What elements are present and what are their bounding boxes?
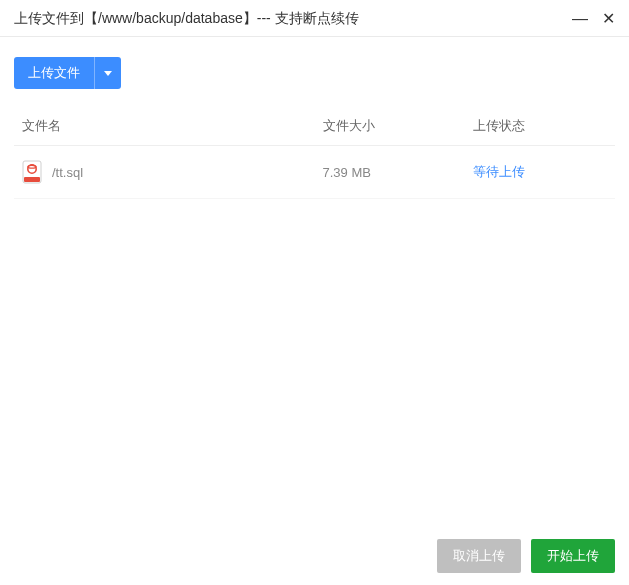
toolbar: 上传文件: [0, 37, 629, 107]
col-header-size: 文件大小: [315, 107, 465, 146]
footer: 取消上传 开始上传: [437, 539, 615, 573]
file-table-container: 文件名 文件大小 上传状态 /tt.sql: [0, 107, 629, 199]
chevron-down-icon: [104, 71, 112, 76]
start-button[interactable]: 开始上传: [531, 539, 615, 573]
file-name: /tt.sql: [52, 165, 83, 180]
window-title: 上传文件到【/www/backup/database】--- 支持断点续传: [14, 10, 359, 28]
window-controls: — ✕: [572, 11, 615, 27]
table-header-row: 文件名 文件大小 上传状态: [14, 107, 615, 146]
upload-button[interactable]: 上传文件: [14, 57, 94, 89]
file-table: 文件名 文件大小 上传状态 /tt.sql: [14, 107, 615, 199]
sql-file-icon: [22, 160, 42, 184]
col-header-name: 文件名: [14, 107, 315, 146]
svg-rect-3: [24, 177, 40, 182]
file-cell: /tt.sql: [22, 160, 307, 184]
upload-dropdown-button[interactable]: [94, 57, 121, 89]
cancel-button[interactable]: 取消上传: [437, 539, 521, 573]
file-size: 7.39 MB: [315, 146, 465, 199]
file-status[interactable]: 等待上传: [473, 164, 525, 179]
table-row: /tt.sql 7.39 MB 等待上传: [14, 146, 615, 199]
titlebar: 上传文件到【/www/backup/database】--- 支持断点续传 — …: [0, 0, 629, 37]
upload-button-group: 上传文件: [14, 57, 121, 89]
close-icon[interactable]: ✕: [602, 11, 615, 27]
minimize-icon[interactable]: —: [572, 11, 588, 27]
col-header-status: 上传状态: [465, 107, 615, 146]
